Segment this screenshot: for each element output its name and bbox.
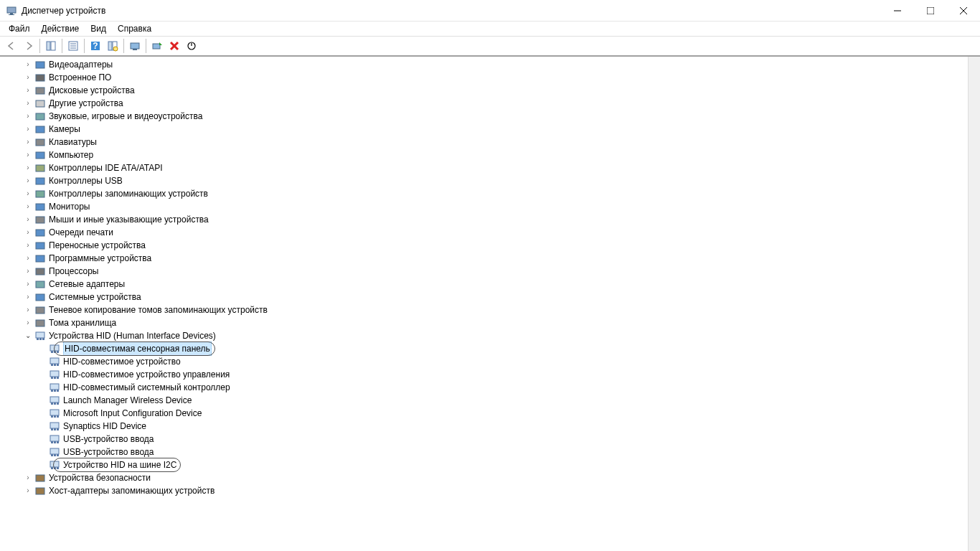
vertical-scrollbar[interactable] — [968, 57, 980, 551]
device-node[interactable]: Synaptics HID Device — [9, 420, 968, 433]
close-button[interactable] — [947, 0, 980, 22]
expand-icon[interactable]: › — [23, 161, 33, 174]
device-node[interactable]: USB-устройство ввода — [9, 433, 968, 446]
expand-icon[interactable]: › — [23, 136, 33, 149]
menu-view[interactable]: Вид — [85, 23, 112, 34]
svg-rect-35 — [36, 204, 44, 210]
category-node[interactable]: ›Программные устройства — [9, 252, 968, 265]
category-icon — [34, 188, 46, 199]
expand-icon[interactable]: › — [23, 226, 33, 239]
expand-icon[interactable]: › — [23, 123, 33, 136]
disable-device-button[interactable] — [183, 38, 200, 54]
enable-device-button[interactable] — [149, 38, 166, 54]
expand-icon[interactable]: › — [23, 278, 33, 291]
category-node[interactable]: ›Сетевые адаптеры — [9, 278, 968, 291]
expand-icon[interactable]: › — [23, 471, 33, 484]
device-node[interactable]: Устройство HID на шине I2C — [9, 458, 968, 471]
update-driver-button[interactable] — [126, 38, 143, 54]
category-node[interactable]: ›Клавиатуры — [9, 136, 968, 149]
menu-help[interactable]: Справка — [112, 23, 157, 34]
category-node[interactable]: ›Тома хранилища — [9, 316, 968, 329]
device-node[interactable]: HID-совместимый системный контроллер — [9, 381, 968, 394]
uninstall-device-button[interactable] — [166, 38, 183, 54]
svg-rect-0 — [7, 7, 16, 13]
expand-icon[interactable]: › — [23, 252, 33, 265]
expand-icon[interactable]: › — [23, 174, 33, 187]
show-hide-tree-button[interactable] — [42, 38, 60, 54]
category-node[interactable]: ›Камеры — [9, 123, 968, 136]
category-node[interactable]: ›Встроенное ПО — [9, 71, 968, 84]
expand-icon[interactable]: › — [23, 97, 33, 110]
svg-rect-29 — [36, 126, 44, 133]
category-node[interactable]: ›Очереди печати — [9, 226, 968, 239]
expand-icon[interactable]: › — [23, 110, 33, 123]
expand-icon[interactable]: › — [23, 200, 33, 213]
category-node[interactable]: ›Компьютер — [9, 149, 968, 161]
scan-hardware-button[interactable] — [104, 38, 121, 54]
category-node[interactable]: ›Переносные устройства — [9, 239, 968, 252]
properties-button[interactable] — [65, 38, 82, 54]
tree-node-label: Камеры — [49, 123, 80, 136]
device-node[interactable]: HID-совместимое устройство управления — [9, 368, 968, 381]
tree-node-label: Системные устройства — [49, 291, 141, 303]
collapse-icon[interactable]: ⌄ — [23, 329, 33, 342]
category-icon — [34, 110, 46, 122]
device-node[interactable]: HID-совместимое устройство — [9, 355, 968, 368]
category-node[interactable]: ›Звуковые, игровые и видеоустройства — [9, 110, 968, 123]
category-node[interactable]: ›Мыши и иные указывающие устройства — [9, 213, 968, 226]
category-node[interactable]: ›Системные устройства — [9, 291, 968, 303]
category-node[interactable]: ›Контроллеры USB — [9, 174, 968, 187]
svg-rect-80 — [57, 441, 59, 443]
category-node[interactable]: ›Другие устройства — [9, 97, 968, 110]
menu-action[interactable]: Действие — [36, 23, 85, 34]
category-node[interactable]: ›Контроллеры запоминающих устройств — [9, 187, 968, 200]
expand-icon[interactable]: › — [23, 58, 33, 71]
expand-icon[interactable]: › — [23, 84, 33, 97]
expand-icon[interactable]: › — [23, 316, 33, 329]
back-button[interactable] — [3, 38, 20, 54]
menu-file[interactable]: Файл — [3, 23, 36, 34]
tree-node-label: Компьютер — [49, 149, 93, 161]
minimize-button[interactable] — [881, 0, 914, 22]
device-node[interactable]: Launch Manager Wireless Device — [9, 394, 968, 407]
expand-icon[interactable]: › — [23, 484, 33, 497]
device-node[interactable]: HID-совместимая сенсорная панель — [9, 342, 968, 355]
maximize-button[interactable] — [914, 0, 947, 22]
expand-icon[interactable]: › — [23, 291, 33, 303]
device-tree[interactable]: ›Видеоадаптеры›Встроенное ПО›Дисковые ус… — [0, 57, 968, 551]
tree-node-label: HID-совместимое устройство управления — [63, 368, 230, 381]
tree-node-label: Устройства HID (Human Interface Devices) — [49, 329, 216, 342]
category-node[interactable]: ›Мониторы — [9, 200, 968, 213]
category-hid[interactable]: ⌄Устройства HID (Human Interface Devices… — [9, 329, 968, 342]
svg-rect-86 — [51, 467, 53, 469]
category-icon — [34, 123, 46, 135]
category-node[interactable]: ›Хост-адаптеры запоминающих устройств — [9, 484, 968, 497]
help-button[interactable]: ? — [87, 38, 104, 54]
expand-icon[interactable]: › — [23, 303, 33, 316]
expand-icon[interactable]: › — [23, 265, 33, 278]
category-node[interactable]: ›Процессоры — [9, 265, 968, 278]
svg-rect-27 — [36, 100, 44, 107]
svg-rect-28 — [36, 113, 44, 120]
forward-button[interactable] — [20, 38, 37, 54]
device-node[interactable]: USB-устройство ввода — [9, 446, 968, 458]
category-node[interactable]: ›Видеоадаптеры — [9, 58, 968, 71]
expand-icon[interactable]: › — [23, 213, 33, 226]
device-node[interactable]: Microsoft Input Configuration Device — [9, 407, 968, 420]
svg-rect-71 — [54, 415, 56, 418]
tree-node-label: Клавиатуры — [49, 136, 97, 149]
svg-rect-76 — [57, 428, 59, 430]
expand-icon[interactable]: › — [23, 239, 33, 252]
category-node[interactable]: ›Дисковые устройства — [9, 84, 968, 97]
expand-icon[interactable]: › — [23, 71, 33, 84]
category-node[interactable]: ›Контроллеры IDE ATA/ATAPI — [9, 161, 968, 174]
tree-node-label: HID-совместимый системный контроллер — [63, 381, 230, 394]
hid-device-icon — [49, 382, 60, 393]
hid-device-icon — [49, 343, 60, 354]
svg-rect-78 — [51, 441, 53, 443]
category-node[interactable]: ›Теневое копирование томов запоминающих … — [9, 303, 968, 316]
expand-icon[interactable]: › — [23, 149, 33, 161]
category-icon — [34, 72, 46, 83]
expand-icon[interactable]: › — [23, 187, 33, 200]
category-node[interactable]: ›Устройства безопасности — [9, 471, 968, 484]
